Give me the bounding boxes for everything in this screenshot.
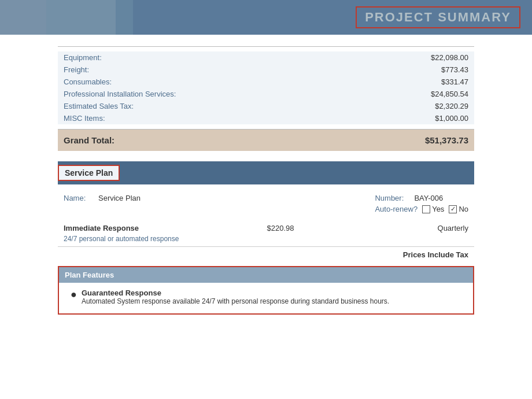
yes-label: Yes xyxy=(432,205,444,213)
grand-total-value: $51,373.73 xyxy=(425,135,468,145)
service-plan-header: Service Plan xyxy=(58,161,474,184)
cost-label: Equipment: xyxy=(64,53,102,62)
service-details: Name: Service Plan Number: BAY-006 Auto-… xyxy=(58,194,474,213)
yes-checkbox[interactable] xyxy=(422,205,430,213)
cost-value: $773.43 xyxy=(441,65,468,74)
immediate-response-section: Immediate Response $220.98 Quarterly 24/… xyxy=(58,224,474,243)
service-detail-right: Number: BAY-006 Auto-renew? Yes ✓ No xyxy=(375,194,468,213)
cost-label: Consumables: xyxy=(64,77,112,86)
cost-value: $2,320.29 xyxy=(435,102,468,110)
plan-features-box: Plan Features ● Guaranteed Response Auto… xyxy=(58,266,474,315)
service-name-row: Name: Service Plan Number: BAY-006 Auto-… xyxy=(64,194,468,213)
immediate-response-amount: $220.98 xyxy=(267,224,294,232)
number-row: Number: BAY-006 xyxy=(375,194,468,202)
cost-value: $24,850.54 xyxy=(431,90,468,98)
auto-renew-row: Auto-renew? Yes ✓ No xyxy=(375,205,468,213)
cost-row: Estimated Sales Tax:$2,320.29 xyxy=(58,100,474,112)
banner-decoration-mid xyxy=(46,0,133,35)
cost-value: $331.47 xyxy=(441,77,468,86)
name-label: Name: xyxy=(64,194,98,202)
feature-bullet: ● xyxy=(71,289,77,301)
plan-features-body: ● Guaranteed Response Automated System r… xyxy=(59,283,473,313)
no-checkbox[interactable]: ✓ xyxy=(449,205,457,213)
cost-label: MISC Items: xyxy=(64,114,105,123)
cost-row: Equipment:$22,098.00 xyxy=(58,51,474,64)
feature-name: Guaranteed Response xyxy=(82,289,389,297)
feature-item: ● Guaranteed Response Automated System r… xyxy=(71,289,461,305)
grand-total-label: Grand Total: xyxy=(64,135,114,145)
plan-features-title: Plan Features xyxy=(65,271,114,279)
plan-features-header: Plan Features xyxy=(59,267,473,283)
cost-row: Professional Installation Services:$24,8… xyxy=(58,88,474,100)
project-summary-title: PROJECT SUMMARY xyxy=(356,6,520,28)
feature-desc: Automated System response available 24/7… xyxy=(82,297,389,305)
immediate-response-label: Immediate Response xyxy=(64,224,139,232)
grand-total-row: Grand Total: $51,373.73 xyxy=(58,130,474,151)
feature-text: Guaranteed Response Automated System res… xyxy=(82,289,389,305)
cost-row: Freight:$773.43 xyxy=(58,64,474,76)
cost-value: $22,098.00 xyxy=(431,53,468,62)
immediate-response-row: Immediate Response $220.98 Quarterly xyxy=(64,224,468,232)
immediate-response-frequency: Quarterly xyxy=(422,224,468,232)
cost-value: $1,000.00 xyxy=(435,114,468,123)
number-label: Number: xyxy=(375,194,409,202)
cost-label: Estimated Sales Tax: xyxy=(64,102,134,110)
main-content: Equipment:$22,098.00Freight:$773.43Consu… xyxy=(0,35,532,326)
no-label: No xyxy=(459,205,468,213)
cost-row: MISC Items:$1,000.00 xyxy=(58,112,474,124)
service-plan-title: Service Plan xyxy=(58,165,120,181)
cost-label: Freight: xyxy=(64,65,89,74)
number-value: BAY-006 xyxy=(414,194,443,202)
header-banner: PROJECT SUMMARY xyxy=(0,0,532,35)
cost-table: Equipment:$22,098.00Freight:$773.43Consu… xyxy=(58,46,474,130)
service-detail-left: Name: Service Plan xyxy=(64,194,272,202)
cost-row: Consumables:$331.47 xyxy=(58,76,474,88)
immediate-response-desc: 24/7 personal or automated response xyxy=(64,235,468,243)
yes-checkbox-item[interactable]: Yes xyxy=(422,205,444,213)
no-checkbox-item[interactable]: ✓ No xyxy=(449,205,468,213)
auto-renew-label: Auto-renew? xyxy=(375,205,418,213)
cost-label: Professional Installation Services: xyxy=(64,90,176,98)
prices-tax-row: Prices Include Tax xyxy=(58,246,474,263)
prices-tax-label: Prices Include Tax xyxy=(403,250,468,259)
name-value: Service Plan xyxy=(98,194,141,202)
